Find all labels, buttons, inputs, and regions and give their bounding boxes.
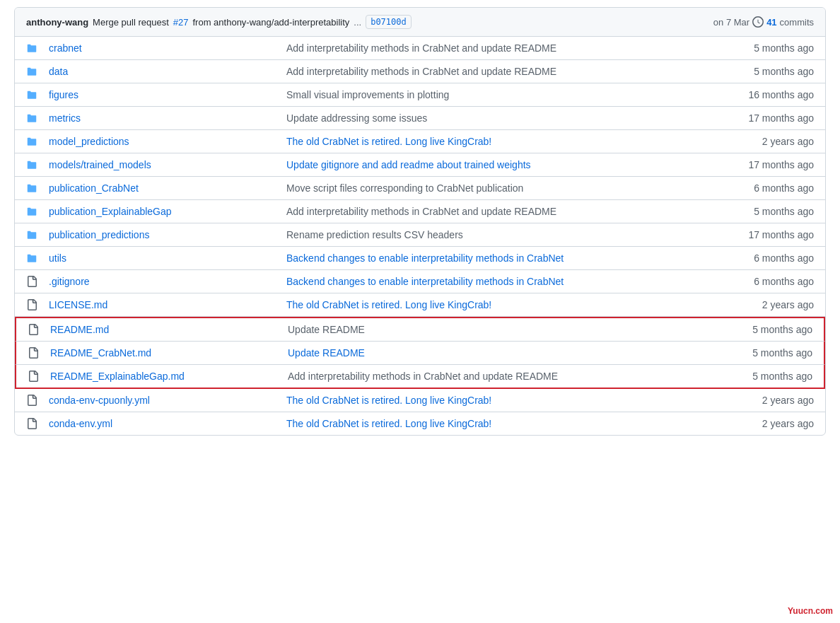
commit-header: anthony-wang Merge pull request #27 from… (15, 8, 825, 37)
file-name-link[interactable]: conda-env-cpuonly.yml (49, 395, 150, 406)
file-name-link[interactable]: README_CrabNet.md (50, 347, 151, 359)
commits-count[interactable]: 41 (766, 17, 776, 28)
commit-message-link[interactable]: Backend changes to enable interpretabili… (286, 276, 564, 287)
time-ago: 6 months ago (729, 252, 814, 264)
time-ago: 16 months ago (729, 89, 814, 100)
time-ago: 5 months ago (729, 42, 814, 54)
time-ago: 5 months ago (728, 371, 812, 382)
pr-text: from anthony-wang/add-interpretability (192, 17, 349, 28)
folder-icon (26, 66, 49, 77)
clock-icon (752, 16, 764, 28)
folder-icon (26, 89, 49, 100)
repo-file-table: anthony-wang Merge pull request #27 from… (14, 7, 826, 436)
file-name: .gitignore (49, 276, 275, 287)
time-ago: 17 months ago (729, 229, 814, 240)
file-name-link[interactable]: README_ExplainableGap.md (50, 371, 185, 382)
time-ago: 6 months ago (729, 182, 814, 194)
commit-message-cell: Small visual improvements in plotting (275, 89, 729, 100)
file-rows-container: crabnetAdd interpretability methods in C… (15, 37, 825, 435)
folder-icon (26, 229, 49, 240)
file-name-link[interactable]: LICENSE.md (49, 299, 107, 310)
time-ago: 2 years ago (729, 395, 814, 406)
commit-message-link[interactable]: Update gitignore and add readme about tr… (286, 159, 531, 170)
pr-link[interactable]: #27 (173, 17, 189, 28)
file-name-link[interactable]: figures (49, 89, 78, 100)
commit-message-cell: Add interpretability methods in CrabNet … (275, 66, 729, 77)
file-name: utils (49, 252, 275, 264)
table-row: publication_ExplainableGapAdd interpreta… (15, 200, 825, 223)
time-ago: 5 months ago (729, 206, 814, 217)
file-name-link[interactable]: publication_predictions (49, 229, 149, 240)
folder-icon (26, 206, 49, 217)
file-name-link[interactable]: metrics (49, 112, 81, 124)
commit-message-cell: Backend changes to enable interpretabili… (275, 276, 729, 287)
file-name-link[interactable]: model_predictions (49, 136, 129, 147)
commit-author[interactable]: anthony-wang (26, 17, 88, 28)
commit-hash[interactable]: b07100d (366, 15, 412, 29)
file-name-link[interactable]: publication_CrabNet (49, 182, 139, 194)
table-row: crabnetAdd interpretability methods in C… (15, 37, 825, 60)
file-icon (26, 299, 49, 310)
commit-message-cell: Update README (276, 347, 728, 359)
commit-message-cell: Add interpretability methods in CrabNet … (276, 371, 728, 382)
ellipsis-button[interactable]: ... (354, 17, 361, 28)
file-name: model_predictions (49, 136, 275, 147)
commit-message-cell: Update gitignore and add readme about tr… (275, 159, 729, 170)
time-ago: 5 months ago (728, 347, 812, 359)
file-name: publication_ExplainableGap (49, 206, 275, 217)
commit-date: on 7 Mar (713, 17, 749, 28)
commit-message-cell: Rename prediction results CSV headers (275, 229, 729, 240)
file-name-link[interactable]: publication_ExplainableGap (49, 206, 172, 217)
commit-message-link[interactable]: The old CrabNet is retired. Long live Ki… (286, 418, 491, 429)
commit-message-link[interactable]: The old CrabNet is retired. Long live Ki… (286, 299, 491, 310)
file-name-link[interactable]: .gitignore (49, 276, 90, 287)
table-row: README.mdUpdate README5 months ago (15, 317, 825, 342)
file-name: publication_CrabNet (49, 182, 275, 194)
time-ago: 2 years ago (729, 136, 814, 147)
file-name: LICENSE.md (49, 299, 275, 310)
folder-icon (26, 182, 49, 194)
time-ago: 17 months ago (729, 112, 814, 124)
file-name-link[interactable]: crabnet (49, 42, 82, 54)
table-row: conda-env-cpuonly.ymlThe old CrabNet is … (15, 389, 825, 412)
table-row: utilsBackend changes to enable interpret… (15, 247, 825, 270)
table-row: publication_CrabNetMove script files cor… (15, 177, 825, 200)
table-row: models/trained_modelsUpdate gitignore an… (15, 153, 825, 177)
commit-message-link[interactable]: Backend changes to enable interpretabili… (286, 252, 564, 264)
file-icon (26, 395, 49, 406)
file-name-link[interactable]: utils (49, 252, 66, 264)
commit-message-cell: The old CrabNet is retired. Long live Ki… (275, 136, 729, 147)
time-ago: 5 months ago (728, 324, 812, 335)
file-name-link[interactable]: data (49, 66, 68, 77)
commit-message-cell: Update addressing some issues (275, 112, 729, 124)
file-name: README.md (50, 324, 276, 335)
file-name: metrics (49, 112, 275, 124)
file-name: models/trained_models (49, 159, 275, 170)
table-row: LICENSE.mdThe old CrabNet is retired. Lo… (15, 293, 825, 317)
table-row: figuresSmall visual improvements in plot… (15, 83, 825, 107)
commit-message: Merge pull request (93, 17, 169, 28)
commit-message-link[interactable]: The old CrabNet is retired. Long live Ki… (286, 395, 491, 406)
commit-message-link[interactable]: The old CrabNet is retired. Long live Ki… (286, 136, 491, 147)
commit-message-cell: Backend changes to enable interpretabili… (275, 252, 729, 264)
table-row: conda-env.ymlThe old CrabNet is retired.… (15, 412, 825, 435)
table-row: model_predictionsThe old CrabNet is reti… (15, 130, 825, 153)
commit-message-link[interactable]: Update README (288, 347, 365, 359)
commit-message-cell: The old CrabNet is retired. Long live Ki… (275, 395, 729, 406)
commit-message-cell: Add interpretability methods in CrabNet … (275, 42, 729, 54)
file-name: README_CrabNet.md (50, 347, 276, 359)
folder-icon (26, 136, 49, 147)
time-ago: 17 months ago (729, 159, 814, 170)
time-ago: 2 years ago (729, 418, 814, 429)
file-name-link[interactable]: models/trained_models (49, 159, 151, 170)
folder-icon (26, 159, 49, 170)
file-name-link[interactable]: conda-env.yml (49, 418, 112, 429)
file-name-link[interactable]: README.md (50, 324, 109, 335)
file-name: conda-env-cpuonly.yml (49, 395, 275, 406)
commits-label: commits (780, 17, 814, 28)
folder-icon (26, 42, 49, 54)
time-ago: 2 years ago (729, 299, 814, 310)
file-icon (28, 347, 50, 359)
file-icon (26, 276, 49, 287)
commit-message-cell: The old CrabNet is retired. Long live Ki… (275, 299, 729, 310)
